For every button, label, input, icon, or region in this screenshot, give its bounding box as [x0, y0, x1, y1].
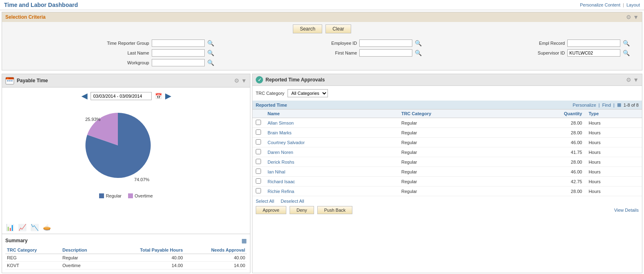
calendar-icon[interactable]: 📅: [155, 93, 162, 99]
employee-name: Courtney Salvador: [264, 138, 398, 147]
employee-name-link[interactable]: Ian Nihal: [268, 169, 285, 174]
row-trc: Regular: [398, 157, 510, 167]
clear-button[interactable]: Clear: [325, 24, 351, 33]
pie-chart-icon[interactable]: 🥧: [43, 224, 51, 231]
trc-filter: TRC Category All Categories: [252, 86, 642, 101]
selection-criteria-gear[interactable]: ⚙ ▼: [626, 14, 639, 20]
prev-date-arrow[interactable]: ◀: [82, 92, 87, 101]
row-checkbox[interactable]: [256, 139, 261, 145]
employee-id-input[interactable]: [359, 39, 412, 47]
row-checkbox[interactable]: [256, 159, 261, 164]
find-link[interactable]: Find: [602, 103, 611, 107]
last-name-search-icon[interactable]: 🔍: [207, 50, 214, 56]
row-checkbox[interactable]: [256, 129, 261, 135]
employee-name: Daren Noren: [264, 147, 398, 157]
push-back-button[interactable]: Push Back: [317, 206, 353, 214]
deselect-all-link[interactable]: Deselect All: [281, 199, 304, 204]
employee-name-link[interactable]: Richard Isaac: [268, 179, 295, 184]
row-checkbox[interactable]: [256, 149, 261, 154]
employee-name-link[interactable]: Richie Refina: [268, 189, 294, 194]
empl-record-search-icon[interactable]: 🔍: [623, 40, 630, 46]
summary-total: 14.00: [108, 262, 185, 270]
line-chart-icon[interactable]: 📉: [31, 224, 39, 231]
row-checkbox-cell: [252, 167, 264, 177]
empl-record-input[interactable]: [567, 39, 620, 47]
rta-title: ✓ Reported Time Approvals: [256, 76, 325, 83]
summary-description: Overtime: [61, 262, 108, 270]
employee-name: Richard Isaac: [264, 177, 398, 186]
summary-trc: KOVT: [5, 262, 61, 270]
payable-time-icon: [5, 76, 14, 85]
payable-time-gear[interactable]: ⚙ ▼: [234, 77, 247, 84]
summary-header: Summary ▦: [5, 237, 247, 244]
selection-criteria-header: Selection Criteria ⚙ ▼: [2, 12, 642, 22]
view-details-link[interactable]: View Details: [614, 208, 639, 213]
criteria-col-3: Empl Record 🔍 Supervisor ID 🔍: [426, 38, 634, 68]
row-quantity: 46.00: [510, 138, 586, 147]
row-checkbox[interactable]: [256, 120, 261, 125]
supervisor-id-label: Supervisor ID: [538, 50, 565, 55]
row-checkbox[interactable]: [256, 178, 261, 184]
select-all-link[interactable]: Select All: [256, 199, 274, 204]
row-type: Hours: [585, 138, 642, 147]
grid-icon[interactable]: ▦: [617, 102, 621, 107]
rt-grid-title: Reported Time: [256, 103, 287, 107]
pie-chart-container: 25.93% 74.07%: [73, 109, 179, 190]
row-type: Hours: [585, 147, 642, 157]
layout-link[interactable]: Layout: [626, 2, 640, 7]
summary-grid-icon[interactable]: ▦: [241, 237, 247, 244]
workgroup-input[interactable]: [152, 59, 205, 66]
column-chart-icon[interactable]: 📈: [18, 224, 27, 231]
employee-name-link[interactable]: Daren Noren: [268, 150, 293, 155]
last-name-input[interactable]: [152, 49, 205, 57]
svg-point-2: [7, 78, 9, 79]
approve-button[interactable]: Approve: [256, 206, 286, 214]
summary-row: REG Regular 40.00 40.00: [5, 254, 247, 262]
search-bar: Search Clear: [2, 22, 642, 36]
employee-name-link[interactable]: Brain Marks: [268, 130, 292, 135]
workgroup-search-icon[interactable]: 🔍: [207, 59, 214, 66]
row-trc: Regular: [398, 186, 510, 196]
employee-id-search-icon[interactable]: 🔍: [415, 40, 422, 46]
rta-gear[interactable]: ⚙ ▼: [626, 77, 639, 83]
supervisor-id-search-icon[interactable]: 🔍: [623, 50, 630, 56]
bar-chart-icon[interactable]: 📊: [6, 224, 14, 231]
page-title: Time and Labor Dashboard: [4, 2, 78, 8]
select-row: Select All Deselect All: [252, 196, 642, 204]
deny-button[interactable]: Deny: [290, 206, 314, 214]
time-reporter-group-search-icon[interactable]: 🔍: [207, 40, 214, 46]
table-row: Ian Nihal Regular 46.00 Hours: [252, 167, 642, 177]
col-name: Name: [264, 110, 398, 118]
row-type: Hours: [585, 128, 642, 138]
row-checkbox-cell: [252, 177, 264, 186]
col-trc-category: TRC Category: [5, 246, 61, 254]
next-date-arrow[interactable]: ▶: [165, 92, 171, 101]
search-button[interactable]: Search: [293, 24, 322, 33]
legend-overtime: Overtime: [128, 193, 153, 198]
row-checkbox[interactable]: [256, 188, 261, 193]
personalize-link[interactable]: Personalize: [573, 103, 596, 107]
personalize-content-link[interactable]: Personalize Content: [580, 2, 620, 7]
svg-rect-3: [7, 80, 9, 81]
supervisor-id-input[interactable]: [567, 49, 620, 57]
date-range-input[interactable]: [91, 92, 152, 100]
employee-name-link[interactable]: Courtney Salvador: [268, 140, 305, 145]
time-reporter-group-input[interactable]: [152, 39, 205, 47]
trc-category-select[interactable]: All Categories: [288, 89, 328, 97]
col-description: Description: [61, 246, 108, 254]
row-checkbox-cell: [252, 147, 264, 157]
workgroup-label: Workgroup: [127, 60, 149, 65]
first-name-search-icon[interactable]: 🔍: [415, 50, 422, 56]
employee-name-link[interactable]: Allan Simson: [268, 121, 294, 125]
employee-name-link[interactable]: Derick Roshs: [268, 160, 294, 164]
trc-category-label: TRC Category: [256, 91, 284, 96]
row-checkbox[interactable]: [256, 169, 261, 174]
first-name-input[interactable]: [359, 49, 412, 57]
summary-trc: REG: [5, 254, 61, 262]
date-navigator: ◀ 📅 ▶: [2, 88, 250, 105]
employee-id-label: Employee ID: [331, 41, 357, 46]
criteria-col-1: Time Reporter Group 🔍 Last Name 🔍 Workgr…: [10, 38, 218, 68]
legend-overtime-color: [128, 193, 133, 198]
summary-table: TRC Category Description Total Payable H…: [5, 246, 247, 270]
summary-title: Summary: [5, 238, 28, 243]
